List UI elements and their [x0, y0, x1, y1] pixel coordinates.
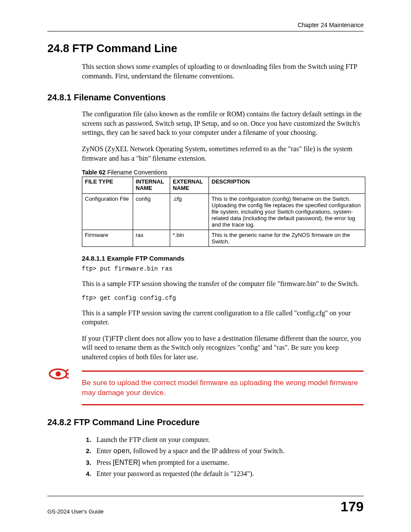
- table-62-caption-rest: Filename Conventions: [106, 169, 167, 176]
- warning-text: Be sure to upload the correct model firm…: [82, 378, 364, 398]
- col-description: DESCRIPTION: [209, 177, 365, 194]
- step-3: Press [ENTER] when prompted for a userna…: [93, 457, 364, 468]
- table-header-row: FILE TYPE INTERNAL NAME EXTERNAL NAME DE…: [82, 177, 365, 194]
- col-file-type: FILE TYPE: [82, 177, 133, 194]
- cell-description: This is the configuration (config) filen…: [209, 194, 365, 230]
- heading-24-8-2: 24.8.2 FTP Command Line Procedure: [47, 417, 364, 427]
- col-external-name: EXTERNAL NAME: [170, 177, 209, 194]
- cell-external-name: .cfg: [170, 194, 209, 230]
- table-row: Configuration File config .cfg This is t…: [82, 194, 365, 230]
- cell-file-type: Configuration File: [82, 194, 133, 230]
- step-3-key: [ENTER]: [113, 459, 140, 466]
- eye-icon: [47, 367, 69, 383]
- para-24-8-1-b: ZyNOS (ZyXEL Network Operating System, s…: [82, 144, 364, 163]
- step-1-text: Launch the FTP client on your computer.: [97, 436, 210, 443]
- step-1: Launch the FTP client on your computer.: [93, 434, 364, 445]
- warning-top-bar: [82, 370, 364, 372]
- para-24-8-1-a: The configuration file (also known as th…: [82, 109, 364, 137]
- header-rule: [47, 31, 364, 31]
- step-2-suffix: , followed by a space and the IP address…: [130, 447, 284, 454]
- step-3-suffix: when prompted for a username.: [140, 459, 229, 466]
- chapter-header: Chapter 24 Maintenance: [47, 22, 364, 28]
- heading-24-8-1: 24.8.1 Filename Conventions: [47, 93, 364, 103]
- step-4: Enter your password as requested (the de…: [93, 468, 364, 479]
- table-62-caption: Table 62 Filename Conventions: [82, 169, 364, 176]
- filename-conventions-table: FILE TYPE INTERNAL NAME EXTERNAL NAME DE…: [82, 177, 365, 247]
- step-2-command: open: [113, 448, 130, 455]
- ftp-procedure-list: Launch the FTP client on your computer. …: [82, 434, 364, 479]
- heading-24-8-1-1: 24.8.1.1 Example FTP Commands: [82, 255, 364, 262]
- heading-24-8: 24.8 FTP Command Line: [47, 42, 364, 55]
- step-4-text: Enter your password as requested (the de…: [97, 470, 254, 477]
- intro-text: This section shows some examples of uplo…: [82, 62, 364, 81]
- footer-guide-name: GS-2024 User's Guide: [47, 508, 103, 515]
- step-2-prefix: Enter: [97, 447, 113, 454]
- cell-description: This is the generic name for the ZyNOS f…: [209, 230, 365, 247]
- ftp-put-desc: This is a sample FTP session showing the…: [82, 279, 364, 289]
- tftp-note: If your (T)FTP client does not allow you…: [82, 334, 364, 362]
- step-2: Enter open, followed by a space and the …: [93, 445, 364, 457]
- cell-internal-name: ras: [133, 230, 170, 247]
- step-3-prefix: Press: [97, 459, 113, 466]
- table-row: Firmware ras *.bin This is the generic n…: [82, 230, 365, 247]
- warning-callout: Be sure to upload the correct model firm…: [47, 370, 364, 406]
- cell-internal-name: config: [133, 194, 170, 230]
- col-internal-name: INTERNAL NAME: [133, 177, 170, 194]
- table-62-caption-bold: Table 62: [82, 169, 106, 176]
- svg-point-1: [56, 371, 61, 376]
- page-number: 179: [341, 499, 364, 515]
- ftp-get-example: ftp> get config config.cfg: [82, 295, 364, 302]
- warning-bottom-bar: [82, 404, 364, 405]
- cell-external-name: *.bin: [170, 230, 209, 247]
- ftp-put-example: ftp> put firmware.bin ras: [82, 265, 364, 272]
- page-footer: GS-2024 User's Guide 179: [47, 496, 364, 515]
- cell-file-type: Firmware: [82, 230, 133, 247]
- ftp-get-desc: This is a sample FTP session saving the …: [82, 308, 364, 327]
